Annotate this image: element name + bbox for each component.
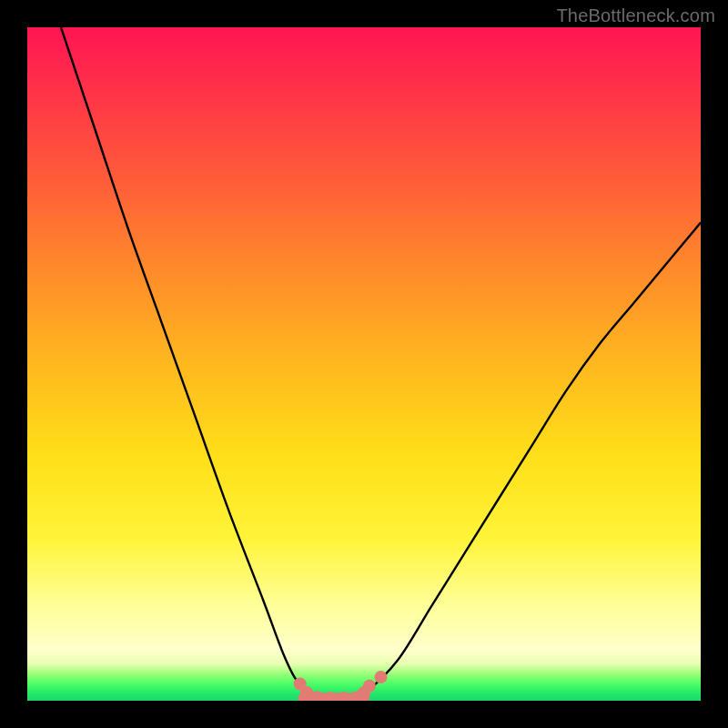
curve-layer xyxy=(27,27,701,701)
marker-dot xyxy=(363,680,376,693)
optimal-range-markers xyxy=(294,671,388,701)
marker-dot xyxy=(375,671,388,683)
watermark-text: TheBottleneck.com xyxy=(556,5,715,26)
bottleneck-curve xyxy=(61,27,701,701)
plot-area xyxy=(27,27,701,701)
curve-path xyxy=(61,27,701,701)
chart-frame: TheBottleneck.com xyxy=(0,0,728,728)
